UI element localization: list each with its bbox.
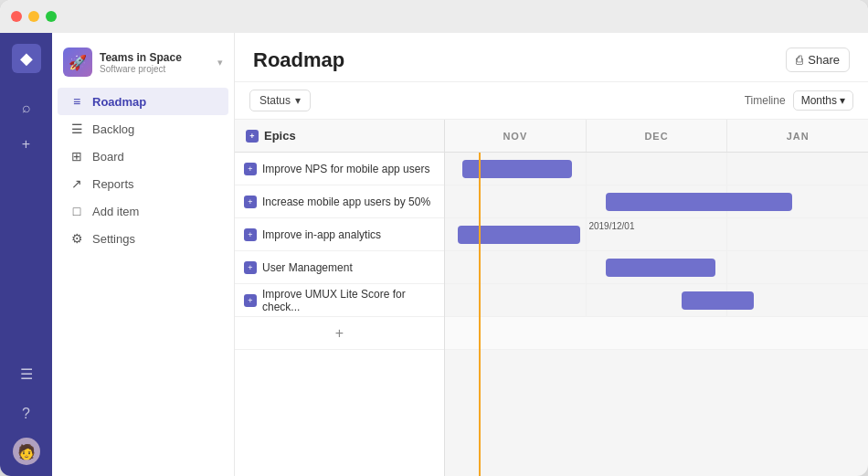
menu-icon-btn[interactable]: ☰ <box>10 357 43 390</box>
gantt-row-bg-2 <box>445 218 868 251</box>
gantt-container: + Epics + Improve NPS for mobile app use… <box>235 120 868 476</box>
timeline-label: Timeline <box>745 94 786 107</box>
epic-icon-2: + <box>244 228 257 241</box>
close-dot[interactable] <box>11 11 22 22</box>
project-type: Software project <box>100 64 210 74</box>
page-header: Roadmap ⎙ Share <box>235 33 868 82</box>
gantt-months-header: NOV DEC JAN <box>445 120 868 153</box>
titlebar <box>0 0 868 33</box>
epic-icon-3: + <box>244 261 257 274</box>
nav-item-roadmap[interactable]: ≡ Roadmap <box>58 88 228 115</box>
gantt-row-add-bg <box>445 317 868 350</box>
epics-header-icon: + <box>246 130 259 143</box>
gantt-row-left-4[interactable]: + Improve UMUX Lite Score for check... <box>235 284 444 317</box>
gantt-epics-header: + Epics <box>235 120 444 153</box>
gantt-right-panel: NOV DEC JAN <box>445 120 868 476</box>
month-nov: NOV <box>445 120 587 152</box>
nav-item-board-label: Board <box>92 150 124 164</box>
gantt-row-bg-0 <box>445 153 868 185</box>
epic-icon-0: + <box>244 163 257 175</box>
nav-item-reports-label: Reports <box>92 177 134 191</box>
timeline-controls: Timeline Months ▾ <box>745 90 853 111</box>
app-logo[interactable]: ◆ <box>12 44 41 73</box>
gantt-row-left-1[interactable]: + Increase mobile app users by 50% <box>235 185 444 218</box>
month-dec: DEC <box>587 120 728 152</box>
gantt-row-left-3[interactable]: + User Management <box>235 251 444 284</box>
months-label: Months <box>801 94 837 107</box>
help-icon-btn[interactable]: ? <box>10 397 43 430</box>
epic-label-2: Improve in-app analytics <box>262 228 381 241</box>
gantt-left-panel: + Epics + Improve NPS for mobile app use… <box>235 120 445 476</box>
nav-item-reports[interactable]: ↗ Reports <box>58 170 228 197</box>
toolbar: Status ▾ Timeline Months ▾ <box>235 82 868 120</box>
backlog-nav-icon: ☰ <box>69 122 85 136</box>
add-icon-btn[interactable]: + <box>10 128 43 161</box>
epic-label-1: Increase mobile app users by 50% <box>262 196 430 208</box>
nav-item-backlog[interactable]: ☰ Backlog <box>58 115 228 143</box>
project-info: Teams in Space Software project <box>100 51 210 74</box>
sidebar: ◆ ⌕ + ☰ ? 🧑 <box>0 33 52 476</box>
epic-label-3: User Management <box>262 261 353 274</box>
app-window: ◆ ⌕ + ☰ ? 🧑 🚀 Teams in Space Software pr… <box>0 0 868 476</box>
epic-icon-1: + <box>244 196 257 208</box>
avatar[interactable]: 🧑 <box>13 438 40 465</box>
month-jan: JAN <box>727 120 868 152</box>
fullscreen-dot[interactable] <box>46 11 57 22</box>
project-header[interactable]: 🚀 Teams in Space Software project ▾ <box>52 40 234 88</box>
gantt-rows-left: + Improve NPS for mobile app users + Inc… <box>235 153 444 476</box>
months-button[interactable]: Months ▾ <box>793 90 853 111</box>
nav-item-settings[interactable]: ⚙ Settings <box>58 225 228 252</box>
app-body: ◆ ⌕ + ☰ ? 🧑 🚀 Teams in Space Software pr… <box>0 33 868 476</box>
project-icon: 🚀 <box>63 48 92 77</box>
project-name: Teams in Space <box>100 51 210 64</box>
board-nav-icon: ⊞ <box>69 149 85 164</box>
search-icon-btn[interactable]: ⌕ <box>10 91 43 124</box>
status-label: Status <box>259 94 291 107</box>
add-row-icon: + <box>335 325 344 342</box>
content-area: Roadmap ⎙ Share Status ▾ Timeline Months… <box>235 33 868 476</box>
nav-item-add-item-label: Add item <box>92 205 139 218</box>
nav-item-settings-label: Settings <box>92 232 135 246</box>
epic-icon-4: + <box>244 294 257 307</box>
share-label: Share <box>808 53 840 67</box>
gantt-rows-right: 2019/12/01 <box>445 153 868 476</box>
roadmap-nav-icon: ≡ <box>69 94 85 109</box>
gantt-row-bg-3 <box>445 251 868 284</box>
gantt-row-bg-4 <box>445 284 868 317</box>
status-filter-button[interactable]: Status ▾ <box>249 90 311 111</box>
settings-nav-icon: ⚙ <box>69 231 85 246</box>
nav-item-backlog-label: Backlog <box>92 122 134 136</box>
page-title: Roadmap <box>253 48 344 72</box>
epic-label-4: Improve UMUX Lite Score for check... <box>262 288 435 313</box>
status-chevron-icon: ▾ <box>295 94 301 107</box>
reports-nav-icon: ↗ <box>69 176 85 191</box>
share-icon: ⎙ <box>796 53 803 67</box>
gantt-row-bg-1 <box>445 185 868 218</box>
nav-item-add-item[interactable]: □ Add item <box>58 197 228 225</box>
share-button[interactable]: ⎙ Share <box>786 48 850 72</box>
nav-item-board[interactable]: ⊞ Board <box>58 143 228 170</box>
gantt-row-left-0[interactable]: + Improve NPS for mobile app users <box>235 153 444 185</box>
chevron-down-icon: ▾ <box>217 57 223 69</box>
epic-label-0: Improve NPS for mobile app users <box>262 163 429 175</box>
gantt-wrapper: + Epics + Improve NPS for mobile app use… <box>235 120 868 476</box>
nav-item-roadmap-label: Roadmap <box>92 95 146 109</box>
epics-header-label: Epics <box>264 129 296 143</box>
gantt-row-left-2[interactable]: + Improve in-app analytics <box>235 218 444 251</box>
add-item-nav-icon: □ <box>69 204 85 218</box>
months-chevron-icon: ▾ <box>840 94 845 107</box>
project-nav: 🚀 Teams in Space Software project ▾ ≡ Ro… <box>52 33 235 476</box>
minimize-dot[interactable] <box>28 11 39 22</box>
gantt-add-row-btn[interactable]: + <box>235 317 444 350</box>
